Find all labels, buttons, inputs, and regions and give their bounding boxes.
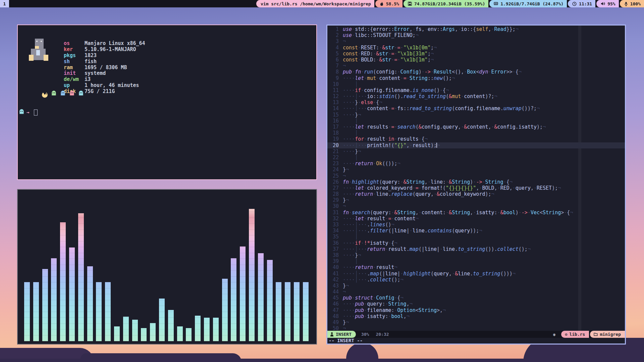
- code-line[interactable]: 19····for·result·in·results·{¬: [327, 136, 625, 142]
- workspace-indicator[interactable]: 1: [0, 0, 9, 7]
- code-line[interactable]: 4const·RESET:·&str·=·"\x1b[0m";¬: [327, 45, 625, 51]
- cpu-segment[interactable]: 58.5%: [375, 0, 402, 7]
- code-line[interactable]: 7¬: [327, 63, 625, 69]
- code-line[interactable]: 11····if·config.filename.is_none()·{¬: [327, 87, 625, 93]
- code-line[interactable]: 3¬: [327, 38, 625, 44]
- code-line[interactable]: 28····return·line.replace(query,·&colore…: [327, 191, 625, 197]
- line-text: ····}·else·{¬: [343, 99, 382, 105]
- window-title-segment: vim src/lib.rs /home/wm/Workspace/minigr…: [256, 0, 374, 7]
- visualizer-bar: [177, 326, 183, 341]
- code-line[interactable]: 46····pub·query:·String,¬: [327, 301, 625, 307]
- code-line[interactable]: 13····}·else·{¬: [327, 99, 625, 105]
- code-line[interactable]: 5const·RED:·&str·=·"\x1b[31m";¬: [327, 51, 625, 57]
- line-number: 42: [327, 277, 343, 283]
- shell-prompt[interactable]: →: [19, 109, 38, 116]
- line-text: const·RESET:·&str·=·"\x1b[0m";¬: [343, 45, 437, 51]
- scroll-percent: 30%: [361, 332, 369, 337]
- code-line[interactable]: 38····}¬: [327, 252, 625, 258]
- line-text: ····}¬: [343, 148, 361, 154]
- clock-icon: [572, 2, 577, 6]
- code-line[interactable]: 12····│···io::stdin().read_to_string(&mu…: [327, 93, 625, 99]
- code-line[interactable]: 35 │: [327, 234, 625, 240]
- code-line[interactable]: 37····│···return·result.map(|line|·line.…: [327, 246, 625, 252]
- fetch-value: Manjaro Linux x86_64: [85, 41, 145, 47]
- line-number: 27: [327, 185, 343, 191]
- code-line[interactable]: 23····return·Ok(());¬: [327, 161, 625, 167]
- status-bar: 1 vim src/lib.rs /home/wm/Workspace/mini…: [0, 0, 644, 7]
- line-number: 46: [327, 301, 343, 307]
- code-line[interactable]: 27····let·colored_keyword·=·format!("{}{…: [327, 185, 625, 191]
- visualizer-bar: [132, 320, 138, 341]
- vim-window[interactable]: 1use·std::{error::Error,·fs,·env::Args,·…: [326, 25, 626, 345]
- code-line[interactable]: 41····│···.map(|line|·highlight(query,·&…: [327, 271, 625, 277]
- code-line[interactable]: 14····│···content·=·fs::read_to_string(c…: [327, 105, 625, 111]
- code-line[interactable]: 29}¬: [327, 197, 625, 203]
- line-number: 4: [327, 45, 343, 51]
- code-line[interactable]: 2use·libc::STDOUT_FILENO;¬: [327, 32, 625, 38]
- line-number: 7: [327, 63, 343, 69]
- code-line[interactable]: 26fn·highlight(query:·&String,·line:·&St…: [327, 179, 625, 185]
- code-line[interactable]: 45pub·struct·Config·{¬: [327, 295, 625, 301]
- code-line[interactable]: 36····if·!*isatty·{¬: [327, 240, 625, 246]
- code-line[interactable]: 6const·BOLD:·&str·=·"\x1b[1m";¬: [327, 57, 625, 63]
- project-label: minigrep: [600, 332, 621, 337]
- terminal-cursor: [34, 109, 38, 116]
- code-line[interactable]: 50¬: [327, 325, 625, 331]
- fetch-value: fish: [85, 59, 97, 65]
- code-line[interactable]: 22 │: [327, 154, 625, 161]
- code-line[interactable]: 47····pub·filename:·Option<String>,¬: [327, 307, 625, 313]
- fetch-terminal-window[interactable]: osManjaro Linux x86_64ker5.10.96-1-MANJA…: [17, 25, 317, 180]
- fetch-label: up: [64, 83, 70, 89]
- line-number: 47: [327, 307, 343, 313]
- disk-segment[interactable]: 74.87GiB/210.34GiB (35.59%): [404, 0, 488, 7]
- visualizer-bar: [204, 318, 210, 341]
- code-line[interactable]: 40····return·result¬: [327, 264, 625, 270]
- code-line[interactable]: 44¬: [327, 289, 625, 295]
- fetch-label: ker: [64, 47, 73, 53]
- code-line[interactable]: 31fn·search(query:·&String,·content:·&St…: [327, 210, 625, 216]
- line-text: │: [343, 258, 358, 264]
- code-line[interactable]: 10 │: [327, 81, 625, 87]
- visualizer-terminal-window[interactable]: [17, 189, 317, 345]
- code-line[interactable]: 9····let·mut·content·=·String::new();¬: [327, 75, 625, 81]
- visualizer-bar: [96, 282, 102, 341]
- code-line[interactable]: 30¬: [327, 203, 625, 209]
- code-line[interactable]: 20····│···println!("{}",·result);¬: [327, 142, 625, 148]
- clock-segment[interactable]: 11:31: [568, 0, 595, 7]
- ghost-icon: [60, 90, 66, 98]
- code-line[interactable]: 24}¬: [327, 167, 625, 173]
- visualizer-bar: [276, 282, 281, 341]
- code-line[interactable]: 42····│···.collect();¬: [327, 277, 625, 283]
- code-line[interactable]: 33····│···.lines()¬: [327, 222, 625, 228]
- line-number: 37: [327, 246, 343, 252]
- line-number: 40: [327, 264, 343, 270]
- code-line[interactable]: 48····pub·isatty:·bool,¬: [327, 313, 625, 319]
- code-line[interactable]: 43}¬: [327, 283, 625, 289]
- fetch-row: osManjaro Linux x86_64: [18, 41, 316, 47]
- code-line[interactable]: 16 │: [327, 118, 625, 124]
- status-bar-modules: vim src/lib.rs /home/wm/Workspace/minigr…: [255, 0, 644, 7]
- line-text: ····for·result·in·results·{¬: [343, 136, 428, 142]
- code-buffer[interactable]: 1use·std::{error::Error,·fs,·env::Args,·…: [327, 26, 625, 331]
- code-line[interactable]: 8pub·fn·run(config:·Config)·->·Result<()…: [327, 69, 625, 75]
- line-number: 43: [327, 283, 343, 289]
- code-line[interactable]: 21····}¬: [327, 148, 625, 154]
- code-line[interactable]: 32····let·result·=·content¬: [327, 216, 625, 222]
- line-number: 34: [327, 228, 343, 234]
- code-line[interactable]: 39 │: [327, 258, 625, 264]
- code-line[interactable]: 49}¬: [327, 319, 625, 325]
- code-line[interactable]: 1use·std::{error::Error,·fs,·env::Args,·…: [327, 26, 625, 32]
- visualizer-bar: [240, 246, 246, 341]
- memory-segment[interactable]: 1.92GiB/7.74GiB (24.87%): [489, 0, 567, 7]
- code-line[interactable]: 17····let·results·=·search(&config.query…: [327, 124, 625, 130]
- microphone-segment[interactable]: 100%: [620, 0, 644, 7]
- code-line[interactable]: 18 │: [327, 130, 625, 136]
- fetch-label: os: [64, 41, 70, 47]
- code-line[interactable]: 34····│···.filter(|line|·line.contains(q…: [327, 228, 625, 234]
- line-number: 2: [327, 32, 343, 38]
- line-text: }¬: [343, 167, 349, 173]
- code-line[interactable]: 25¬: [327, 173, 625, 179]
- code-line[interactable]: 15····}¬: [327, 112, 625, 118]
- silhouette-ground: [0, 359, 644, 362]
- volume-segment[interactable]: 95%: [596, 0, 619, 7]
